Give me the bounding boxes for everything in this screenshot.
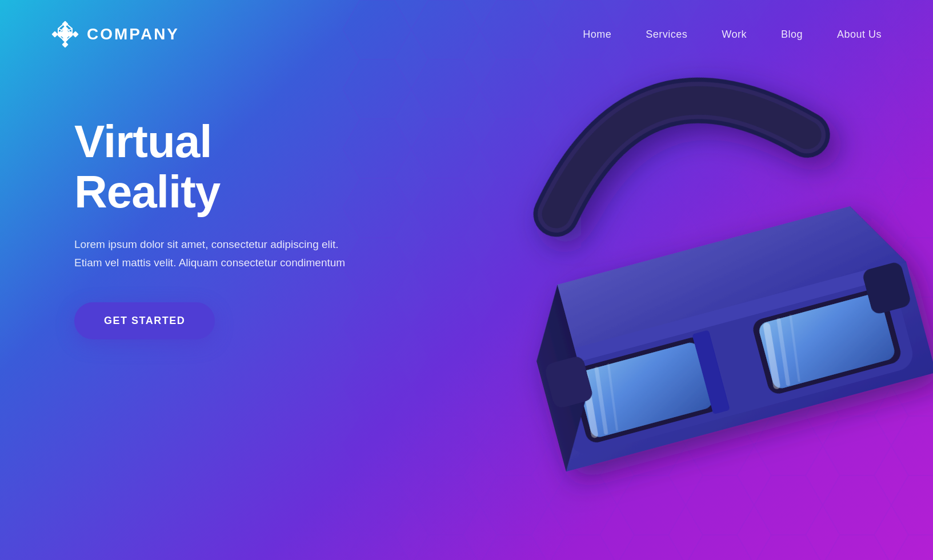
svg-rect-28 (758, 292, 896, 390)
nav-links: Home Services Work Blog About Us (583, 29, 882, 41)
logo-text: COMPANY (87, 25, 179, 43)
svg-line-31 (782, 315, 807, 381)
cta-button[interactable]: Get Started (74, 302, 215, 339)
nav-item-services[interactable]: Services (646, 29, 687, 41)
hero-section: COMPANY Home Services Work Blog About Us… (0, 0, 933, 560)
svg-rect-27 (751, 286, 903, 397)
logo-icon (51, 21, 79, 48)
logo-link[interactable]: COMPANY (51, 21, 179, 48)
nav-link-services[interactable]: Services (646, 29, 687, 40)
hero-description: Lorem ipsum dolor sit amet, consectetur … (74, 235, 349, 273)
navbar: COMPANY Home Services Work Blog About Us (0, 0, 933, 48)
nav-link-blog[interactable]: Blog (781, 29, 803, 40)
svg-line-29 (761, 326, 782, 386)
svg-rect-23 (575, 341, 714, 439)
svg-rect-21 (549, 272, 916, 458)
nav-item-blog[interactable]: Blog (781, 29, 803, 41)
svg-line-26 (600, 365, 625, 430)
svg-rect-35 (543, 355, 594, 409)
svg-rect-36 (862, 261, 912, 315)
svg-line-25 (590, 369, 614, 433)
svg-rect-32 (692, 330, 730, 414)
nav-link-home[interactable]: Home (583, 29, 611, 40)
nav-link-about[interactable]: About Us (837, 29, 882, 40)
vr-headset-illustration (453, 29, 933, 526)
nav-item-about[interactable]: About Us (837, 29, 882, 41)
nav-link-work[interactable]: Work (722, 29, 747, 40)
hero-title: Virtual Reality (74, 117, 354, 217)
svg-rect-2 (343, 0, 933, 560)
nav-item-home[interactable]: Home (583, 29, 611, 41)
svg-marker-19 (519, 196, 906, 361)
nav-item-work[interactable]: Work (722, 29, 747, 41)
svg-rect-22 (568, 335, 721, 445)
svg-marker-18 (850, 196, 933, 383)
svg-line-24 (579, 375, 600, 434)
svg-line-30 (771, 320, 795, 384)
vr-headset-svg (453, 29, 933, 526)
svg-marker-17 (548, 306, 933, 471)
hero-content: Virtual Reality Lorem ipsum dolor sit am… (0, 48, 354, 339)
svg-marker-20 (536, 262, 933, 472)
svg-marker-34 (519, 285, 604, 471)
svg-rect-33 (547, 264, 892, 370)
